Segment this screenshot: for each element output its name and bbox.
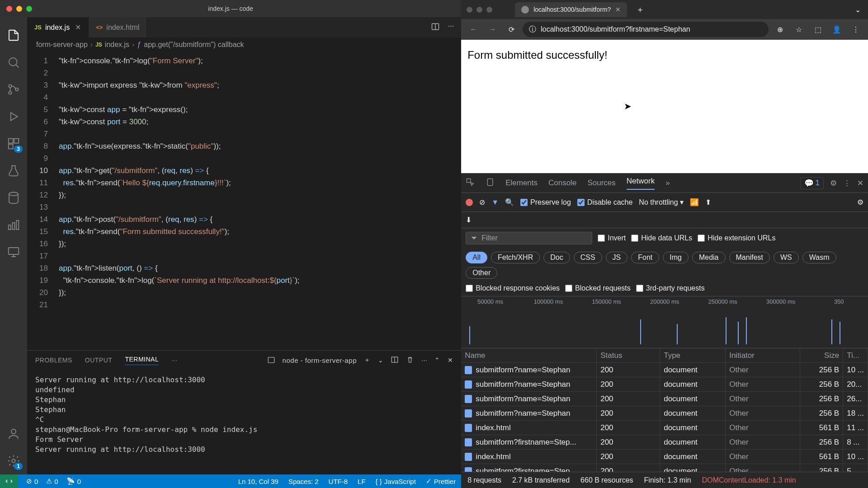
- table-row[interactable]: submitform?firstname=Step... 200 documen…: [461, 435, 868, 450]
- table-row[interactable]: index.html 200 document Other 561 B 11 .…: [461, 421, 868, 435]
- filter-pill-font[interactable]: Font: [631, 252, 659, 263]
- breadcrumb-segment[interactable]: index.js: [105, 41, 129, 49]
- close-icon[interactable]: ✕: [75, 23, 81, 32]
- panel-tab-more[interactable]: ···: [171, 357, 177, 364]
- breadcrumb-segment[interactable]: app.get("/submitform") callback: [144, 41, 244, 49]
- testing-icon[interactable]: [0, 157, 27, 184]
- cursor-position[interactable]: Ln 10, Col 39: [238, 478, 278, 485]
- extensions-icon[interactable]: 3: [0, 130, 27, 157]
- browser-tab[interactable]: localhost:3000/submitform?✕: [515, 2, 627, 17]
- source-control-icon[interactable]: [0, 76, 27, 103]
- account-icon[interactable]: [0, 420, 27, 447]
- terminal-chevron-down-icon[interactable]: ⌄: [378, 357, 384, 364]
- settings-gear-icon[interactable]: 1: [0, 447, 27, 474]
- terminal-task-label[interactable]: node - form-server-app: [283, 357, 357, 364]
- breadcrumb[interactable]: form-server-app› JS index.js› ƒ app.get(…: [27, 38, 461, 52]
- split-editor-icon[interactable]: [431, 22, 440, 33]
- table-row[interactable]: index.html 200 document Other 561 B 10 .…: [461, 450, 868, 464]
- throttling-select[interactable]: No throttling ▾: [639, 198, 683, 206]
- indent-setting[interactable]: Spaces: 2: [288, 478, 319, 485]
- table-row[interactable]: submitform?firstname=Step... 200 documen…: [461, 464, 868, 472]
- issues-badge[interactable]: 💬 1: [800, 177, 824, 189]
- language-mode[interactable]: { } JavaScript: [376, 478, 416, 485]
- network-settings-gear-icon[interactable]: ⚙: [857, 198, 863, 206]
- filter-pill-all[interactable]: All: [466, 252, 487, 263]
- remote-indicator-icon[interactable]: [0, 474, 18, 488]
- panel-network[interactable]: Network: [627, 177, 655, 190]
- profile-icon[interactable]: 👤: [829, 25, 844, 34]
- browser-traffic-lights[interactable]: [467, 7, 492, 13]
- preserve-log-checkbox[interactable]: Preserve log: [520, 198, 571, 206]
- eol[interactable]: LF: [358, 478, 366, 485]
- remote-icon[interactable]: [0, 239, 27, 266]
- close-panel-icon[interactable]: ✕: [448, 357, 453, 364]
- zoom-icon[interactable]: ⊕: [772, 25, 788, 34]
- chart-icon[interactable]: [0, 211, 27, 239]
- clear-icon[interactable]: ⊘: [479, 198, 485, 206]
- panel-tab-problems[interactable]: PROBLEMS: [35, 357, 72, 364]
- table-row[interactable]: submitform?name=Stephan 200 document Oth…: [461, 406, 868, 421]
- panel-tab-output[interactable]: OUTPUT: [85, 357, 113, 364]
- download-har-icon[interactable]: ⬇: [466, 216, 472, 224]
- filter-toggle-icon[interactable]: ▼: [491, 198, 499, 206]
- explorer-icon[interactable]: [0, 22, 27, 49]
- new-terminal-icon[interactable]: ＋: [364, 356, 371, 364]
- table-row[interactable]: submitform?name=Stephan 200 document Oth…: [461, 363, 868, 377]
- prettier-status[interactable]: ✓ Prettier: [426, 477, 456, 485]
- close-devtools-icon[interactable]: ✕: [857, 178, 863, 188]
- filter-pill-media[interactable]: Media: [692, 252, 726, 263]
- network-conditions-icon[interactable]: 📶: [690, 198, 699, 206]
- more-icon[interactable]: ···: [421, 357, 427, 364]
- reload-button[interactable]: ⟳: [504, 22, 519, 37]
- blocked-requests-checkbox[interactable]: Blocked requests: [565, 284, 631, 292]
- encoding[interactable]: UTF-8: [329, 478, 348, 485]
- tab-index-js[interactable]: JSindex.js✕: [27, 17, 89, 38]
- url-bar[interactable]: ⓘ localhost:3000/submitform?firstname=St…: [523, 22, 769, 37]
- upload-har-icon[interactable]: ⬆: [705, 198, 711, 206]
- ports-count[interactable]: 📡 0: [66, 477, 81, 485]
- close-window-icon[interactable]: [6, 6, 12, 12]
- tab-list-icon[interactable]: ⌄: [855, 5, 868, 14]
- filter-input[interactable]: ⏷Filter: [466, 232, 592, 244]
- filter-pill-fetch/xhr[interactable]: Fetch/XHR: [491, 252, 540, 263]
- inspect-element-icon[interactable]: [466, 178, 475, 189]
- filter-pill-doc[interactable]: Doc: [543, 252, 570, 263]
- filter-pill-img[interactable]: Img: [663, 252, 689, 263]
- split-terminal-icon[interactable]: [391, 356, 399, 365]
- errors-count[interactable]: ⊘ 0: [26, 477, 38, 485]
- hide-data-urls-checkbox[interactable]: Hide data URLs: [631, 234, 692, 242]
- search-icon[interactable]: 🔍: [505, 198, 514, 206]
- traffic-lights[interactable]: [6, 6, 32, 12]
- filter-pill-js[interactable]: JS: [606, 252, 628, 263]
- menu-dots-icon[interactable]: ⋮: [848, 25, 863, 34]
- database-icon[interactable]: [0, 184, 27, 211]
- bookmark-star-icon[interactable]: ☆: [791, 25, 807, 34]
- code-editor[interactable]: 123456789101112131415161718192021 "tk-fn…: [27, 52, 461, 350]
- record-button[interactable]: [466, 199, 473, 206]
- breadcrumb-segment[interactable]: form-server-app: [36, 41, 88, 49]
- panel-tab-terminal[interactable]: TERMINAL: [125, 356, 159, 365]
- network-table[interactable]: Name Status Type Initiator Size Ti... su…: [461, 348, 868, 472]
- filter-pill-css[interactable]: CSS: [574, 252, 602, 263]
- filter-pill-other[interactable]: Other: [466, 267, 497, 279]
- more-actions-icon[interactable]: ···: [448, 22, 454, 33]
- blocked-cookies-checkbox[interactable]: Blocked response cookies: [466, 284, 560, 292]
- search-icon[interactable]: [0, 49, 27, 76]
- invert-checkbox[interactable]: Invert: [598, 234, 626, 242]
- panel-console[interactable]: Console: [548, 178, 576, 188]
- close-icon[interactable]: ✕: [615, 6, 621, 13]
- device-toggle-icon[interactable]: [486, 178, 495, 189]
- new-tab-button[interactable]: ＋: [636, 4, 644, 15]
- warnings-count[interactable]: ⚠ 0: [46, 477, 58, 485]
- devtools-settings-gear-icon[interactable]: ⚙: [830, 178, 837, 188]
- disable-cache-checkbox[interactable]: Disable cache: [577, 198, 633, 206]
- more-panels-icon[interactable]: »: [665, 178, 670, 188]
- filter-pill-ws[interactable]: WS: [774, 252, 799, 263]
- panel-sources[interactable]: Sources: [587, 178, 615, 188]
- filter-pill-manifest[interactable]: Manifest: [729, 252, 770, 263]
- panel-elements[interactable]: Elements: [505, 178, 538, 188]
- tab-index-html[interactable]: <>index.html: [89, 17, 147, 38]
- maximize-panel-icon[interactable]: ⌃: [434, 357, 440, 364]
- filter-pill-wasm[interactable]: Wasm: [802, 252, 836, 263]
- forward-button[interactable]: →: [485, 22, 500, 37]
